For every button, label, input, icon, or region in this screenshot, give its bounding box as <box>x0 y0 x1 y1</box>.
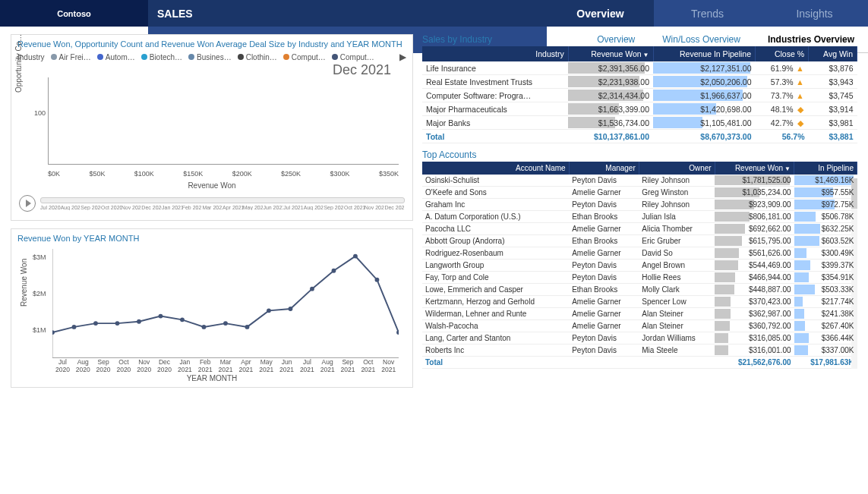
scatter-date-label: Dec 2021 <box>333 62 391 78</box>
legend-dot-icon <box>51 54 57 60</box>
svg-point-14 <box>310 287 314 291</box>
accounts-section: Top Accounts Account NameManagerOwnerRev… <box>422 149 857 369</box>
industry-table[interactable]: IndustryRevenue Won▼Revenue In PipelineC… <box>422 46 857 143</box>
scatter-ylabel: Opportunity Co… <box>14 34 23 93</box>
line-ylabel: Revenue Won <box>20 259 28 307</box>
line-ytick-3m: $3M <box>33 253 46 261</box>
col-header[interactable]: Industry <box>422 46 568 61</box>
svg-point-5 <box>115 321 120 326</box>
table-row[interactable]: Major Pharmaceuticals$1,663,399.00$1,420… <box>422 102 857 116</box>
col-header[interactable]: Revenue Won▼ <box>568 46 653 61</box>
scatter-ytick: 100 <box>34 109 46 117</box>
scatter-chart[interactable]: Dec 2021 Opportunity Co… 100 $0K$50K$100… <box>17 62 406 191</box>
svg-point-17 <box>375 278 380 282</box>
main-tab-insights[interactable]: Insights <box>761 0 868 27</box>
svg-point-8 <box>180 317 185 322</box>
col-header[interactable]: Close % <box>755 46 808 61</box>
line-chart[interactable]: Revenue Won $3M $2M $1M Jul2020Aug2020Se… <box>17 246 406 382</box>
main-tab-overview[interactable]: Overview <box>547 0 654 27</box>
line-ytick-1m: $1M <box>33 326 46 334</box>
svg-point-2 <box>52 330 55 335</box>
svg-point-12 <box>267 308 271 313</box>
line-ytick-2m: $2M <box>33 290 46 297</box>
svg-point-9 <box>202 325 207 329</box>
legend-item[interactable]: Busines… <box>188 53 232 61</box>
table-row[interactable]: Roberts IncPeyton DavisMia Steele$316,00… <box>422 345 857 357</box>
accounts-title: Top Accounts <box>422 149 857 160</box>
legend-dot-icon <box>283 54 289 60</box>
svg-point-13 <box>289 307 293 311</box>
industry-title: Sales by Industry <box>422 34 857 45</box>
line-xlabel: YEAR MONTH <box>17 374 406 382</box>
svg-point-6 <box>137 319 141 324</box>
col-header[interactable]: Owner <box>639 162 715 175</box>
table-row[interactable]: Langworth GroupPeyton DavisAngel Brown$5… <box>422 260 857 272</box>
table-row[interactable]: Fay, Torp and ColePeyton DavisHollie Ree… <box>422 272 857 284</box>
kpi-indicator-icon: ◆ <box>796 105 805 114</box>
table-row[interactable]: Lowe, Emmerich and CasperEthan BrooksMol… <box>422 284 857 296</box>
legend-item[interactable]: Comput… <box>332 53 374 61</box>
col-header[interactable]: Revenue In Pipeline <box>653 46 755 61</box>
table-row[interactable]: Major Banks$1,536,734.00$1,105,481.0042.… <box>422 116 857 130</box>
app-title: SALES <box>148 0 547 27</box>
legend-item[interactable]: Air Frei… <box>51 53 91 61</box>
legend-dot-icon <box>238 54 244 60</box>
legend-item[interactable]: Clothin… <box>238 53 277 61</box>
table-total-row: Total$10,137,861.00$8,670,373.0056.7%$3,… <box>422 130 857 143</box>
table-row[interactable]: Rodriguez-RosenbaumAmelie GarnerDavid So… <box>422 247 857 260</box>
brand-logo: Contoso <box>0 0 148 27</box>
col-header[interactable]: In Pipeline <box>794 162 857 175</box>
main-tab-trends[interactable]: Trends <box>654 0 761 27</box>
legend-dot-icon <box>188 54 194 60</box>
table-row[interactable]: Computer Software: Progra…$2,314,434.00$… <box>422 89 857 102</box>
legend-item[interactable]: Comput… <box>283 53 326 61</box>
table-row[interactable]: Walsh-PacochaAmelie GarnerAlan Steiner$3… <box>422 320 857 332</box>
line-card: Revenue Won by YEAR MONTH Revenue Won $3… <box>11 228 413 388</box>
timeline-slider[interactable]: Jul 2020Aug 2020Sep 2020Oct 2020Nov 2020… <box>40 194 405 212</box>
table-row[interactable]: Abbott Group (Andorra)Ethan BrooksEric G… <box>422 235 857 247</box>
kpi-indicator-icon: ▲ <box>796 91 805 100</box>
svg-point-7 <box>159 314 163 319</box>
table-row[interactable]: Kertzmann, Herzog and GerholdAmelie Garn… <box>422 296 857 308</box>
table-row[interactable]: O'Keefe and SonsAmelie GarnerGreg Winsto… <box>422 187 857 199</box>
line-svg <box>52 249 399 358</box>
legend-scroll-right-icon[interactable]: ▶ <box>399 52 406 62</box>
kpi-indicator-icon: ▲ <box>796 77 805 87</box>
scatter-title: Revenue Won, Opportunity Count and Reven… <box>17 39 406 49</box>
table-row[interactable]: Graham IncPeyton DavisRiley Johnson$923,… <box>422 199 857 211</box>
accounts-table[interactable]: Account NameManagerOwnerRevenue Won▼In P… <box>422 162 857 369</box>
svg-point-16 <box>353 254 358 259</box>
col-header[interactable]: Avg Win <box>809 46 857 61</box>
table-row[interactable]: Life Insurance$2,391,356.00$2,127,351.00… <box>422 61 857 75</box>
table-row[interactable]: A. Datum Corporation (U.S.)Ethan BrooksJ… <box>422 211 857 223</box>
play-button[interactable] <box>19 195 36 212</box>
col-header[interactable]: Manager <box>569 162 639 175</box>
svg-point-15 <box>332 269 336 273</box>
scatter-card: Revenue Won, Opportunity Count and Reven… <box>11 34 413 221</box>
svg-point-11 <box>245 325 250 329</box>
kpi-indicator-icon: ◆ <box>796 118 805 127</box>
table-row[interactable]: Real Estate Investment Trusts$2,231,938.… <box>422 75 857 89</box>
table-row[interactable]: Wilderman, Lehner and RunteAmelie Garner… <box>422 308 857 320</box>
svg-point-3 <box>72 325 77 329</box>
table-total-row: Total$21,562,676.00$17,981.63K <box>422 357 857 369</box>
svg-point-10 <box>223 321 228 326</box>
table-row[interactable]: Osinski-SchulistPeyton DavisRiley Johnso… <box>422 175 857 187</box>
table-row[interactable]: Lang, Carter and StantonPeyton DavisJord… <box>422 332 857 345</box>
legend-item[interactable]: Biotech… <box>141 53 182 61</box>
legend-dot-icon <box>97 54 103 60</box>
svg-point-18 <box>396 330 399 335</box>
scatter-xlabel: Revenue Won <box>17 181 406 190</box>
industry-section: Sales by Industry IndustryRevenue Won▼Re… <box>422 34 857 143</box>
legend-item[interactable]: Autom… <box>97 53 135 61</box>
svg-point-4 <box>93 321 98 326</box>
kpi-indicator-icon: ▲ <box>796 64 805 73</box>
legend-dot-icon <box>141 54 147 60</box>
col-header[interactable]: Account Name <box>422 162 569 175</box>
line-title: Revenue Won by YEAR MONTH <box>17 234 406 243</box>
table-row[interactable]: Pacocha LLCAmelie GarnerAlicia Thomber$6… <box>422 223 857 235</box>
col-header[interactable]: Revenue Won▼ <box>715 162 794 175</box>
legend-dot-icon <box>332 54 338 60</box>
